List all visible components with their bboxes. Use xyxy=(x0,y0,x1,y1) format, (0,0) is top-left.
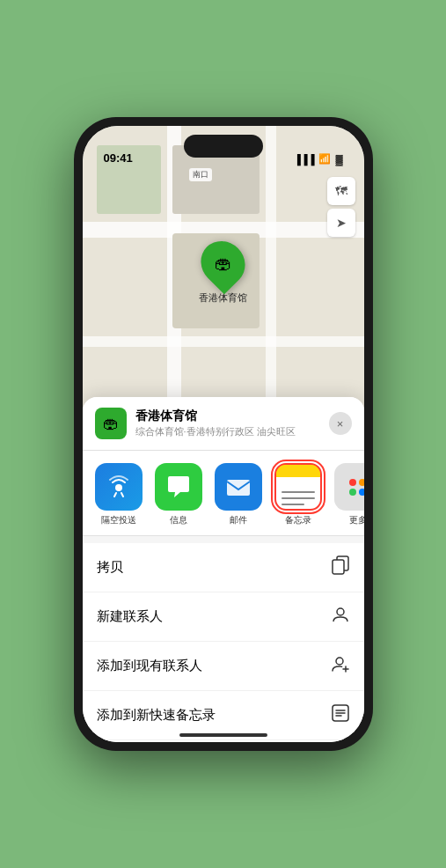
phone-frame: 09:41 ▐▐▐ 📶 ▓ 南口 🗺 ➤ xyxy=(74,117,373,751)
app-item-more[interactable]: 更多 xyxy=(331,463,364,526)
close-button[interactable]: × xyxy=(329,412,352,435)
more-icon xyxy=(334,463,364,511)
action-print[interactable]: 打印 xyxy=(83,740,364,742)
app-item-notes[interactable]: 备忘录 xyxy=(271,463,325,526)
battery-icon: ▓ xyxy=(335,154,342,165)
share-sheet: 🏟 香港体育馆 综合体育馆·香港特别行政区 油尖旺区 × xyxy=(83,397,364,742)
action-copy-label: 拷贝 xyxy=(97,559,123,576)
location-icon: 🏟 xyxy=(95,408,127,439)
home-indicator xyxy=(179,733,267,737)
messages-icon xyxy=(155,463,202,511)
map-controls: 🗺 ➤ xyxy=(327,177,355,240)
dynamic-island xyxy=(184,135,263,158)
app-item-messages[interactable]: 信息 xyxy=(151,463,206,526)
copy-icon xyxy=(331,555,350,579)
notes-icon xyxy=(274,463,322,511)
action-quick-note-label: 添加到新快速备忘录 xyxy=(97,707,216,724)
svg-rect-3 xyxy=(227,480,250,496)
svg-point-6 xyxy=(337,608,344,615)
messages-label: 信息 xyxy=(170,514,187,526)
add-contact-icon xyxy=(331,654,350,678)
action-new-contact[interactable]: 新建联系人 xyxy=(83,592,364,642)
mail-icon xyxy=(215,463,262,511)
app-icons-row: 隔空投送 信息 xyxy=(83,451,364,536)
status-time: 09:41 xyxy=(104,151,133,165)
airdrop-label: 隔空投送 xyxy=(101,514,136,526)
signal-icon: ▐▐▐ xyxy=(294,154,314,165)
quick-note-icon xyxy=(331,703,350,727)
phone-screen: 09:41 ▐▐▐ 📶 ▓ 南口 🗺 ➤ xyxy=(83,126,364,742)
wifi-icon: 📶 xyxy=(318,153,331,165)
svg-line-2 xyxy=(121,493,123,497)
svg-point-0 xyxy=(115,484,122,491)
app-item-mail[interactable]: 邮件 xyxy=(211,463,266,526)
map-pin-container: 🏟 香港体育馆 xyxy=(199,240,247,305)
location-address: 综合体育馆·香港特别行政区 油尖旺区 xyxy=(135,425,320,438)
action-list: 拷贝 新建联系人 xyxy=(83,543,364,742)
notes-label: 备忘录 xyxy=(285,514,311,526)
location-button[interactable]: ➤ xyxy=(327,209,355,237)
map-style-button[interactable]: 🗺 xyxy=(327,177,355,205)
action-add-existing-contact[interactable]: 添加到现有联系人 xyxy=(83,642,364,691)
location-header: 🏟 香港体育馆 综合体育馆·香港特别行政区 油尖旺区 × xyxy=(83,397,364,451)
svg-point-7 xyxy=(336,658,343,665)
new-contact-icon xyxy=(331,605,350,629)
svg-rect-5 xyxy=(333,560,344,574)
airdrop-icon xyxy=(95,463,143,511)
svg-line-1 xyxy=(114,493,116,497)
map-pin: 🏟 xyxy=(192,232,254,295)
mail-label: 邮件 xyxy=(230,514,247,526)
more-label: 更多 xyxy=(349,514,364,526)
status-icons: ▐▐▐ 📶 ▓ xyxy=(294,153,342,165)
app-item-airdrop[interactable]: 隔空投送 xyxy=(91,463,146,526)
action-add-existing-label: 添加到现有联系人 xyxy=(97,658,202,674)
location-info: 香港体育馆 综合体育馆·香港特别行政区 油尖旺区 xyxy=(135,408,320,438)
action-new-contact-label: 新建联系人 xyxy=(97,608,163,625)
location-name: 香港体育馆 xyxy=(135,408,320,424)
action-copy[interactable]: 拷贝 xyxy=(83,543,364,592)
